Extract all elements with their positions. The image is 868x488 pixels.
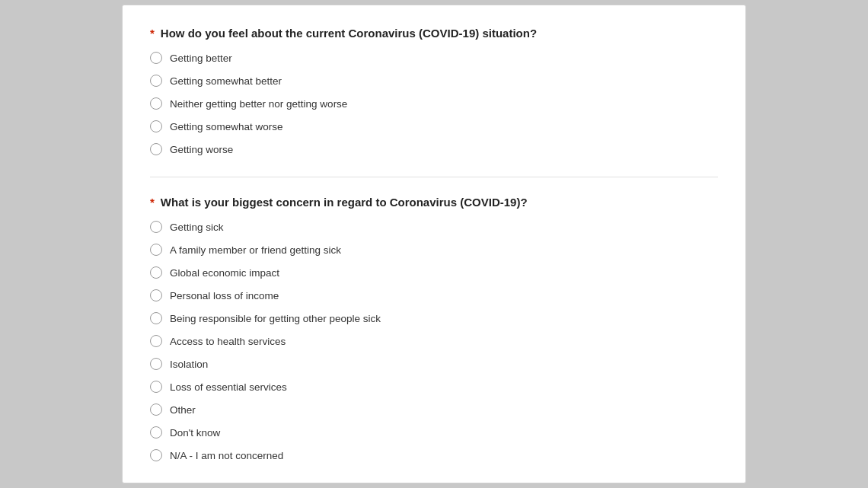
option-label: Personal loss of income: [170, 290, 279, 301]
radio-q3-5[interactable]: [150, 312, 162, 324]
radio-q3-1[interactable]: [150, 221, 162, 233]
radio-q3-3[interactable]: [150, 266, 162, 279]
list-item: Global economic impact: [150, 266, 718, 279]
question-3-block: * What is your biggest concern in regard…: [150, 196, 718, 461]
question-3-text: What is your biggest concern in regard t…: [161, 196, 528, 209]
radio-q3-8[interactable]: [150, 381, 162, 393]
option-label: Being responsible for getting other peop…: [170, 313, 381, 324]
radio-q2-4[interactable]: [150, 120, 162, 132]
radio-q3-11[interactable]: [150, 449, 162, 461]
option-label: Access to health services: [170, 336, 286, 347]
list-item: Isolation: [150, 358, 718, 370]
option-label: Global economic impact: [170, 267, 279, 279]
required-star-q3: *: [150, 196, 155, 209]
radio-q3-7[interactable]: [150, 358, 162, 370]
list-item: Getting somewhat better: [150, 75, 718, 87]
question-2-options: Getting better Getting somewhat better N…: [150, 52, 718, 155]
radio-q3-2[interactable]: [150, 244, 162, 256]
required-star-q2: *: [150, 27, 155, 40]
option-label: Other: [170, 404, 196, 416]
option-label: Getting worse: [170, 144, 233, 155]
radio-q3-10[interactable]: [150, 426, 162, 439]
option-label: Neither getting better nor getting worse: [170, 98, 347, 110]
option-label: Getting sick: [170, 222, 224, 233]
list-item: Getting somewhat worse: [150, 120, 718, 132]
radio-q2-5[interactable]: [150, 143, 162, 155]
question-2-text: How do you feel about the current Corona…: [161, 27, 537, 40]
list-item: Personal loss of income: [150, 289, 718, 301]
radio-q3-6[interactable]: [150, 335, 162, 347]
list-item: Neither getting better nor getting worse: [150, 97, 718, 110]
question-2-title: * How do you feel about the current Coro…: [150, 27, 718, 40]
option-label: Isolation: [170, 359, 208, 370]
question-2-block: * How do you feel about the current Coro…: [150, 27, 718, 155]
list-item: Being responsible for getting other peop…: [150, 312, 718, 324]
list-item: Other: [150, 403, 718, 416]
radio-q2-3[interactable]: [150, 97, 162, 110]
option-label: Getting somewhat worse: [170, 121, 283, 132]
list-item: Access to health services: [150, 335, 718, 347]
list-item: Getting sick: [150, 221, 718, 233]
survey-form: * How do you feel about the current Coro…: [122, 5, 746, 483]
option-label: Don't know: [170, 427, 220, 439]
radio-q2-1[interactable]: [150, 52, 162, 64]
option-label: N/A - I am not concerned: [170, 450, 283, 461]
list-item: Getting worse: [150, 143, 718, 155]
radio-q3-4[interactable]: [150, 289, 162, 301]
list-item: Don't know: [150, 426, 718, 439]
radio-q2-2[interactable]: [150, 75, 162, 87]
list-item: Getting better: [150, 52, 718, 64]
option-label: Getting better: [170, 53, 232, 64]
option-label: A family member or friend getting sick: [170, 244, 341, 256]
list-item: A family member or friend getting sick: [150, 244, 718, 256]
list-item: N/A - I am not concerned: [150, 449, 718, 461]
radio-q3-9[interactable]: [150, 403, 162, 416]
question-3-options: Getting sick A family member or friend g…: [150, 221, 718, 461]
option-label: Loss of essential services: [170, 381, 287, 393]
list-item: Loss of essential services: [150, 381, 718, 393]
option-label: Getting somewhat better: [170, 75, 282, 87]
question-3-title: * What is your biggest concern in regard…: [150, 196, 718, 209]
section-divider: [150, 177, 718, 177]
